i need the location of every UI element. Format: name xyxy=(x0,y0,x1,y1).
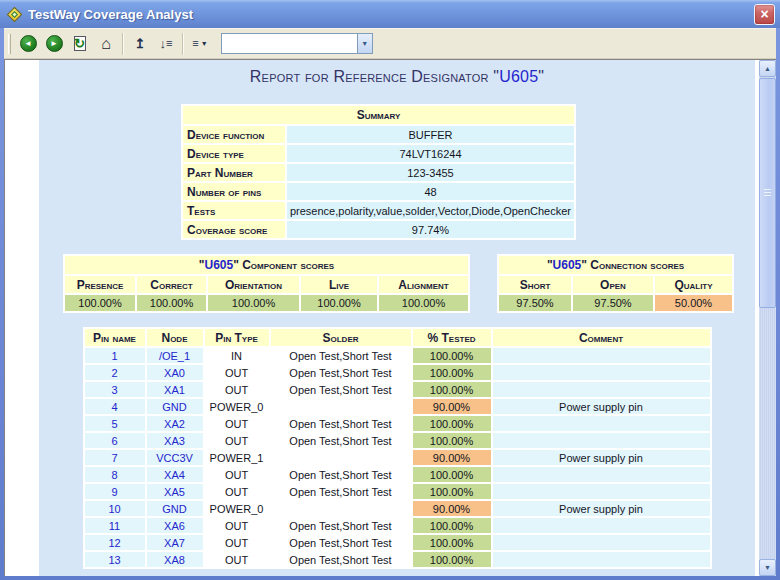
node-link[interactable]: VCC3V xyxy=(156,452,193,464)
solder-cell xyxy=(271,501,411,516)
scrollbar-thumb-grip xyxy=(764,189,771,197)
node-link[interactable]: XA4 xyxy=(164,469,185,481)
node-cell: GND xyxy=(147,399,203,414)
tested-cell: 90.00% xyxy=(413,399,491,414)
node-cell: XA1 xyxy=(147,382,203,397)
tested-cell: 100.00% xyxy=(413,535,491,550)
vertical-scrollbar[interactable]: ▲ ▼ xyxy=(759,60,776,576)
score-value: 100.00% xyxy=(137,295,206,311)
node-link[interactable]: XA1 xyxy=(164,384,185,396)
table-row: 13 XA8 OUT Open Test,Short Test 100.00% xyxy=(85,552,710,567)
summary-table: Summary Device function BUFFER Device ty… xyxy=(181,104,576,240)
score-value: 100.00% xyxy=(208,295,299,311)
toolbar-separator xyxy=(122,33,124,55)
node-link[interactable]: XA0 xyxy=(164,367,185,379)
pin-link[interactable]: 4 xyxy=(111,401,117,413)
solder-cell xyxy=(271,450,411,465)
tested-cell: 90.00% xyxy=(413,450,491,465)
pin-link[interactable]: 8 xyxy=(111,469,117,481)
combo-input[interactable] xyxy=(222,34,357,53)
scrollbar-up-button[interactable]: ▲ xyxy=(759,60,776,77)
summary-title: Summary xyxy=(183,106,574,124)
node-cell: XA3 xyxy=(147,433,203,448)
home-button[interactable]: ⌂ xyxy=(93,31,119,56)
pin-link[interactable]: 7 xyxy=(111,452,117,464)
summary-row: Device function BUFFER xyxy=(183,126,574,143)
history-dropdown-button[interactable]: ≡ ▼ xyxy=(187,31,213,56)
column-header-comment: Comment xyxy=(493,329,710,346)
node-link[interactable]: GND xyxy=(162,401,186,413)
pin-link[interactable]: 11 xyxy=(109,520,120,532)
node-link[interactable]: XA2 xyxy=(164,418,185,430)
node-link[interactable]: XA7 xyxy=(164,537,185,549)
node-link[interactable]: XA5 xyxy=(164,486,185,498)
column-header-orientation: Orientation xyxy=(208,276,299,293)
node-link[interactable]: /OE_1 xyxy=(159,350,190,362)
back-button[interactable]: ◄ xyxy=(15,31,41,56)
comment-cell xyxy=(493,416,710,431)
pin-type-cell: POWER_0 xyxy=(205,501,269,516)
tested-cell: 100.00% xyxy=(413,382,491,397)
navigation-combobox[interactable]: ▼ xyxy=(221,33,373,54)
report-page: Report for Reference Designator "U605" S… xyxy=(5,60,759,576)
titlebar[interactable]: TestWay Coverage Analyst × xyxy=(0,0,780,28)
pin-name-cell: 3 xyxy=(85,382,145,397)
scrollbar-down-button[interactable]: ▼ xyxy=(759,559,776,576)
node-link[interactable]: GND xyxy=(162,503,186,515)
pin-link[interactable]: 10 xyxy=(108,503,120,515)
pin-link[interactable]: 9 xyxy=(111,486,117,498)
page-title-prefix: Report for Reference Designator xyxy=(250,68,493,85)
node-link[interactable]: XA6 xyxy=(164,520,185,532)
column-header-pin-type: Pin Type xyxy=(205,329,269,346)
combo-dropdown-button[interactable]: ▼ xyxy=(357,34,372,53)
summary-row: Device type 74LVT16244 xyxy=(183,145,574,162)
pin-link[interactable]: 1 xyxy=(111,350,117,362)
pin-type-cell: OUT xyxy=(205,484,269,499)
summary-row-label: Part Number xyxy=(183,164,285,181)
forward-button[interactable]: ► xyxy=(41,31,67,56)
page-title-quote-close: " xyxy=(538,68,544,85)
pin-name-cell: 8 xyxy=(85,467,145,482)
toolbar-grip[interactable] xyxy=(8,34,11,54)
pin-name-cell: 4 xyxy=(85,399,145,414)
pin-name-cell: 5 xyxy=(85,416,145,431)
summary-row-label: Number of pins xyxy=(183,183,285,200)
tested-cell: 100.00% xyxy=(413,433,491,448)
connection-scores-header: Short Open Quality xyxy=(499,276,732,293)
comment-cell: Power supply pin xyxy=(493,450,710,465)
tested-cell: 90.00% xyxy=(413,501,491,516)
solder-cell: Open Test,Short Test xyxy=(271,365,411,380)
score-value: 97.50% xyxy=(573,295,653,311)
table-row: 9 XA5 OUT Open Test,Short Test 100.00% xyxy=(85,484,710,499)
scroll-bottom-button[interactable]: ↓ ≡ xyxy=(153,31,179,56)
testway-app-icon xyxy=(7,7,22,22)
pin-type-cell: OUT xyxy=(205,365,269,380)
pin-link[interactable]: 5 xyxy=(111,418,117,430)
pin-type-cell: OUT xyxy=(205,535,269,550)
node-link[interactable]: XA3 xyxy=(164,435,185,447)
home-icon: ⌂ xyxy=(101,36,111,52)
tested-cell: 100.00% xyxy=(413,518,491,533)
summary-row-value: 74LVT16244 xyxy=(287,145,574,162)
pin-rows: 1 /OE_1 IN Open Test,Short Test 100.00% … xyxy=(85,348,710,567)
pin-link[interactable]: 13 xyxy=(108,554,120,566)
pin-link[interactable]: 2 xyxy=(111,367,117,379)
scroll-top-button[interactable]: ↥ xyxy=(127,31,153,56)
summary-row-label: Device function xyxy=(183,126,285,143)
chevron-down-icon: ▼ xyxy=(361,40,368,47)
refresh-button[interactable]: ↻ xyxy=(67,31,93,56)
scrollbar-thumb[interactable] xyxy=(759,78,776,308)
node-cell: XA8 xyxy=(147,552,203,567)
table-row: 2 XA0 OUT Open Test,Short Test 100.00% xyxy=(85,365,710,380)
node-cell: VCC3V xyxy=(147,450,203,465)
pin-link[interactable]: 6 xyxy=(111,435,117,447)
comment-cell xyxy=(493,433,710,448)
solder-cell: Open Test,Short Test xyxy=(271,552,411,567)
pin-link[interactable]: 3 xyxy=(111,384,117,396)
connection-scores-values: 97.50% 97.50% 50.00% xyxy=(499,295,732,311)
pin-link[interactable]: 12 xyxy=(108,537,120,549)
node-link[interactable]: XA8 xyxy=(164,554,185,566)
scroll-top-icon: ↥ xyxy=(135,37,146,50)
toolbar: ◄ ► ↻ ⌂ ↥ ↓ ≡ ≡ ▼ xyxy=(4,28,776,59)
close-button[interactable]: × xyxy=(754,4,775,25)
